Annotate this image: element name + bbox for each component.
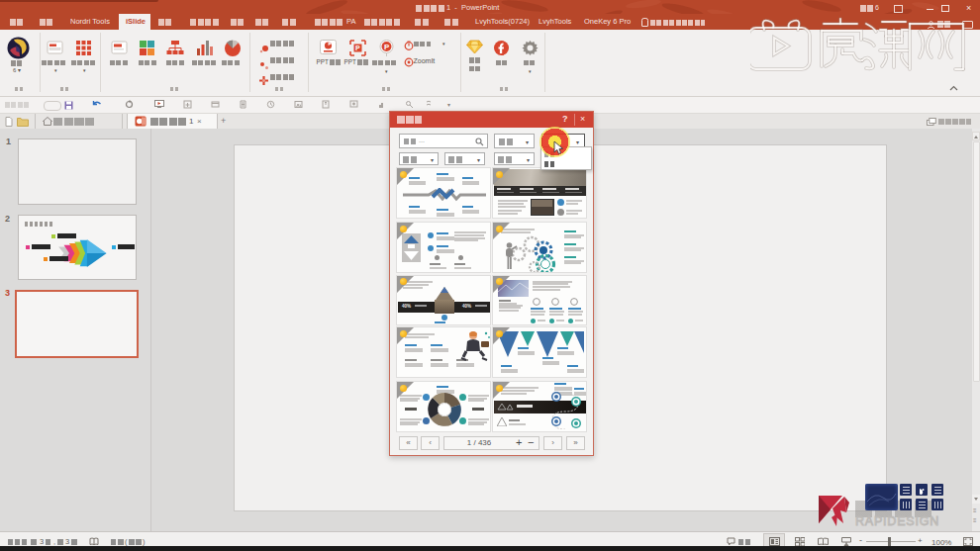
svg-text:P: P: [355, 45, 360, 51]
svg-text:P: P: [384, 43, 390, 51]
